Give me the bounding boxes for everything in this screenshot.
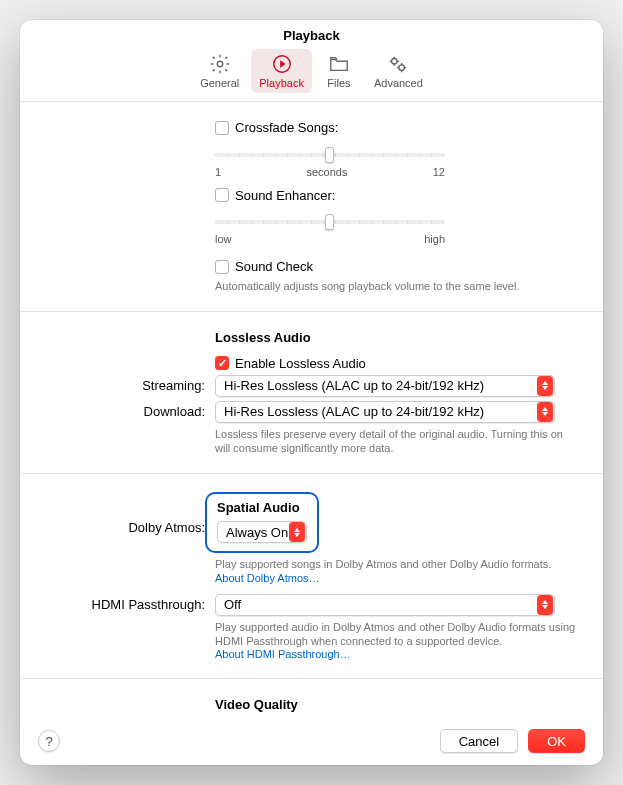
tab-general[interactable]: General	[192, 49, 247, 93]
hdmi-help: Play supported audio in Dolby Atmos and …	[215, 620, 579, 649]
dialog-footer: ? Cancel OK	[20, 717, 603, 765]
about-dolby-atmos-link[interactable]: About Dolby Atmos…	[215, 572, 579, 584]
lossless-download-label: Download:	[20, 401, 215, 419]
enable-lossless-label: Enable Lossless Audio	[235, 356, 366, 371]
ok-button[interactable]: OK	[528, 729, 585, 753]
hdmi-passthrough-label: HDMI Passthrough:	[20, 594, 215, 612]
play-icon	[271, 53, 293, 75]
select-arrows-icon	[537, 376, 553, 396]
cancel-button[interactable]: Cancel	[440, 729, 518, 753]
enhancer-slider[interactable]	[215, 213, 445, 231]
lossless-download-select[interactable]: Hi-Res Lossless (ALAC up to 24-bit/192 k…	[215, 401, 555, 423]
about-hdmi-link[interactable]: About HDMI Passthrough…	[215, 648, 579, 660]
tab-playback[interactable]: Playback	[251, 49, 312, 93]
lossless-help: Lossless files preserve every detail of …	[215, 427, 579, 456]
select-value: Hi-Res Lossless (ALAC up to 24-bit/192 k…	[224, 378, 536, 393]
crossfade-max: 12	[433, 166, 445, 178]
svg-point-0	[217, 61, 223, 67]
svg-point-3	[399, 65, 405, 71]
select-value: Off	[224, 597, 536, 612]
content-area: Crossfade Songs: 1 seconds 12	[20, 102, 603, 717]
select-arrows-icon	[537, 595, 553, 615]
checkbox-icon	[215, 260, 229, 274]
lossless-streaming-select[interactable]: Hi-Res Lossless (ALAC up to 24-bit/192 k…	[215, 375, 555, 397]
lossless-streaming-label: Streaming:	[20, 375, 215, 393]
hdmi-passthrough-select[interactable]: Off	[215, 594, 555, 616]
section-spatial: Dolby Atmos: Spatial Audio Always On Pla…	[20, 474, 603, 679]
checkbox-icon	[215, 356, 229, 370]
section-lossless: Lossless Audio Enable Lossless Audio Str…	[20, 312, 603, 475]
dolby-atmos-label: Dolby Atmos:	[20, 492, 215, 535]
enhancer-low: low	[215, 233, 232, 245]
svg-point-2	[392, 59, 398, 65]
help-button[interactable]: ?	[38, 730, 60, 752]
crossfade-slider[interactable]	[215, 146, 445, 164]
dolby-atmos-select[interactable]: Always On	[217, 521, 307, 543]
gears-icon	[387, 53, 409, 75]
video-heading: Video Quality	[215, 697, 579, 712]
atmos-help: Play supported songs in Dolby Atmos and …	[215, 557, 579, 571]
select-arrows-icon	[537, 402, 553, 422]
gear-icon	[209, 53, 231, 75]
preferences-window: Playback General Playback Files Advanced	[20, 20, 603, 765]
crossfade-checkbox[interactable]: Crossfade Songs:	[215, 120, 338, 135]
enhancer-high: high	[424, 233, 445, 245]
window-title: Playback	[20, 20, 603, 47]
spatial-highlight: Spatial Audio Always On	[205, 492, 319, 553]
soundcheck-help: Automatically adjusts song playback volu…	[215, 279, 579, 293]
folder-icon	[328, 53, 350, 75]
tab-advanced[interactable]: Advanced	[366, 49, 431, 93]
crossfade-label: Crossfade Songs:	[235, 120, 338, 135]
tab-label: Playback	[259, 77, 304, 89]
tab-files[interactable]: Files	[316, 49, 362, 93]
select-value: Hi-Res Lossless (ALAC up to 24-bit/192 k…	[224, 404, 536, 419]
crossfade-unit: seconds	[306, 166, 347, 178]
enhancer-checkbox[interactable]: Sound Enhancer:	[215, 188, 335, 203]
enhancer-label: Sound Enhancer:	[235, 188, 335, 203]
select-value: Always On	[226, 525, 288, 540]
lossless-heading: Lossless Audio	[215, 330, 579, 345]
soundcheck-checkbox[interactable]: Sound Check	[215, 259, 313, 274]
soundcheck-label: Sound Check	[235, 259, 313, 274]
tab-label: Files	[327, 77, 350, 89]
select-arrows-icon	[289, 522, 305, 542]
crossfade-min: 1	[215, 166, 221, 178]
section-video: Video Quality Streaming: Best (Up to 4K)…	[20, 679, 603, 717]
section-playback-basic: Crossfade Songs: 1 seconds 12	[20, 102, 603, 312]
checkbox-icon	[215, 188, 229, 202]
tab-label: General	[200, 77, 239, 89]
spatial-heading: Spatial Audio	[217, 500, 307, 515]
preferences-toolbar: General Playback Files Advanced	[20, 47, 603, 102]
checkbox-icon	[215, 121, 229, 135]
tab-label: Advanced	[374, 77, 423, 89]
enable-lossless-checkbox[interactable]: Enable Lossless Audio	[215, 356, 366, 371]
